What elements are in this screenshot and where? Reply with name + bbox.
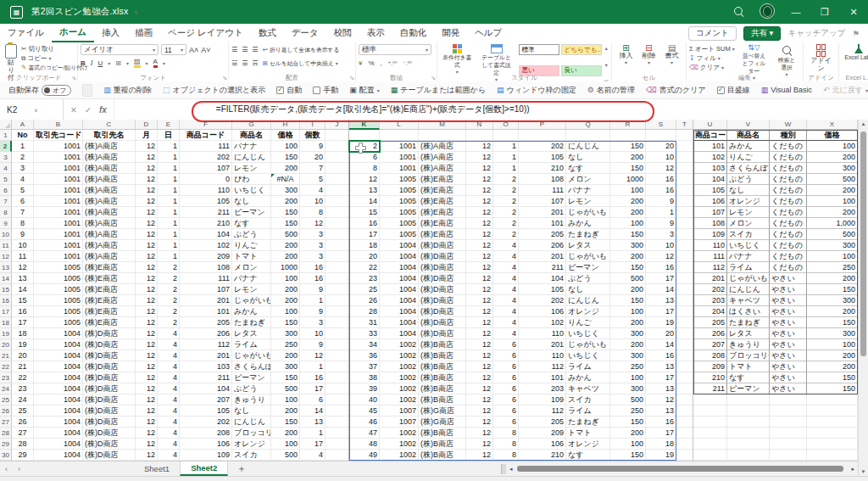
- cell-K17[interactable]: 28: [349, 306, 380, 317]
- cell-A5[interactable]: 4: [12, 174, 34, 185]
- cell-O17[interactable]: 4: [493, 306, 519, 317]
- cell-M11[interactable]: (株)D商店: [419, 240, 466, 251]
- cell-C30[interactable]: (株)D商店: [83, 450, 136, 461]
- cell-T8[interactable]: [676, 207, 693, 218]
- cell-L6[interactable]: 1005: [380, 185, 419, 196]
- cell-N20[interactable]: 12: [466, 339, 493, 350]
- row-header-25[interactable]: 25: [0, 394, 12, 405]
- cell-Q9[interactable]: みかん: [566, 218, 610, 229]
- cell-A6[interactable]: 5: [12, 185, 34, 196]
- cell-O15[interactable]: 4: [493, 284, 519, 295]
- cell-K4[interactable]: 8: [349, 163, 380, 174]
- cell-I16[interactable]: 1: [300, 295, 326, 306]
- insert-cells-button[interactable]: ⊞挿入▾: [617, 44, 636, 67]
- cell-G28[interactable]: ブロッコリ: [232, 428, 271, 439]
- cell-K29[interactable]: 48: [349, 439, 380, 450]
- cell-O24[interactable]: 6: [493, 383, 519, 394]
- cell-V5[interactable]: ぶどう: [727, 174, 770, 185]
- cell-R11[interactable]: 300: [610, 240, 646, 251]
- cell-G26[interactable]: なし: [232, 405, 271, 417]
- table-from-range-button[interactable]: ▦テーブルまたは範囲から: [391, 85, 486, 96]
- cell-D30[interactable]: 12: [136, 450, 158, 461]
- cell-E20[interactable]: 4: [158, 339, 180, 350]
- col-header-I[interactable]: I: [300, 120, 326, 130]
- cell-W13[interactable]: くだもの: [770, 262, 807, 273]
- cell-W22[interactable]: やさい: [770, 361, 807, 372]
- cell-B21[interactable]: 1004: [34, 350, 83, 361]
- percent-format-icon[interactable]: %: [368, 59, 374, 67]
- cell-O18[interactable]: 4: [493, 317, 519, 328]
- cell-T14[interactable]: [676, 273, 693, 284]
- calc-auto-checkbox[interactable]: 自動: [276, 85, 302, 96]
- cell-J17[interactable]: [326, 306, 349, 317]
- cell-K21[interactable]: 36: [349, 350, 380, 361]
- cell-F27[interactable]: 202: [180, 417, 232, 428]
- align-center-icon[interactable]: ☰: [242, 59, 248, 67]
- cell-F24[interactable]: 104: [180, 383, 232, 394]
- cell-P17[interactable]: 106: [519, 306, 566, 317]
- cell-R2[interactable]: 150: [610, 141, 646, 152]
- cell-H18[interactable]: 150: [271, 317, 300, 328]
- cell-R1[interactable]: [610, 130, 646, 141]
- cell-E10[interactable]: 1: [158, 229, 180, 240]
- cell-A18[interactable]: 17: [12, 317, 34, 328]
- cell-O12[interactable]: 4: [493, 251, 519, 262]
- clipboard-dialog-launcher[interactable]: ⇘: [71, 75, 76, 81]
- cell-W6[interactable]: くだもの: [770, 185, 807, 196]
- sheet-nav-right-icon[interactable]: ›: [13, 465, 25, 473]
- cell-A16[interactable]: 15: [12, 295, 34, 306]
- cell-B3[interactable]: 1001: [34, 152, 83, 163]
- cell-L15[interactable]: 1004: [380, 284, 419, 295]
- cell-P5[interactable]: 108: [519, 174, 566, 185]
- cell-P10[interactable]: 205: [519, 229, 566, 240]
- cell-P11[interactable]: 206: [519, 240, 566, 251]
- cell-W29[interactable]: [770, 439, 807, 450]
- cell-O25[interactable]: 6: [493, 394, 519, 405]
- cell-K9[interactable]: 16: [349, 218, 380, 229]
- font-size-select[interactable]: 11▾: [161, 44, 186, 55]
- cell-L1[interactable]: [380, 130, 419, 141]
- cell-R15[interactable]: 200: [610, 284, 646, 295]
- cell-U2[interactable]: 101: [693, 141, 727, 152]
- cell-U11[interactable]: 110: [693, 240, 727, 251]
- align-left-icon[interactable]: ☱: [231, 59, 237, 67]
- cell-M15[interactable]: (株)D商店: [419, 284, 466, 295]
- cell-I25[interactable]: 6: [300, 394, 326, 405]
- cell-X2[interactable]: 100: [807, 141, 858, 152]
- cell-N24[interactable]: 12: [466, 383, 493, 394]
- cell-D13[interactable]: 12: [136, 262, 158, 273]
- cell-F7[interactable]: 105: [180, 196, 232, 207]
- cell-G25[interactable]: きゅうり: [232, 394, 271, 405]
- cell-V23[interactable]: なす: [727, 372, 770, 383]
- cell-T23[interactable]: [676, 372, 693, 383]
- cell-D2[interactable]: 12: [136, 141, 158, 152]
- cell-X7[interactable]: 100: [807, 196, 858, 207]
- cell-B19[interactable]: 1004: [34, 328, 83, 339]
- cell-U8[interactable]: 107: [693, 207, 727, 218]
- cell-M7[interactable]: (株)E商店: [419, 196, 466, 207]
- cell-X24[interactable]: 150: [807, 383, 858, 394]
- cell-U17[interactable]: 204: [693, 306, 727, 317]
- cell-D14[interactable]: 12: [136, 273, 158, 284]
- cell-O3[interactable]: 1: [493, 152, 519, 163]
- cell-T1[interactable]: [676, 130, 693, 141]
- cell-W15[interactable]: やさい: [770, 284, 807, 295]
- cell-V12[interactable]: バナナ: [727, 251, 770, 262]
- row-header-23[interactable]: 23: [0, 372, 12, 383]
- cell-B10[interactable]: 1001: [34, 229, 83, 240]
- cell-R26[interactable]: 250: [610, 405, 646, 417]
- cell-R21[interactable]: 300: [610, 350, 646, 361]
- cell-V13[interactable]: ライム: [727, 262, 770, 273]
- cell-H12[interactable]: 200: [271, 251, 300, 262]
- cell-Q12[interactable]: じゃがいも: [566, 251, 610, 262]
- col-header-S[interactable]: S: [646, 120, 676, 130]
- cell-G3[interactable]: にんじん: [232, 152, 271, 163]
- cell-H23[interactable]: 150: [271, 372, 300, 383]
- cell-K24[interactable]: 39: [349, 383, 380, 394]
- cell-K13[interactable]: 22: [349, 262, 380, 273]
- cell-R16[interactable]: 150: [610, 295, 646, 306]
- cell-I30[interactable]: 4: [300, 450, 326, 461]
- cell-V26[interactable]: [727, 405, 770, 417]
- cell-T7[interactable]: [676, 196, 693, 207]
- cell-B25[interactable]: 1004: [34, 394, 83, 405]
